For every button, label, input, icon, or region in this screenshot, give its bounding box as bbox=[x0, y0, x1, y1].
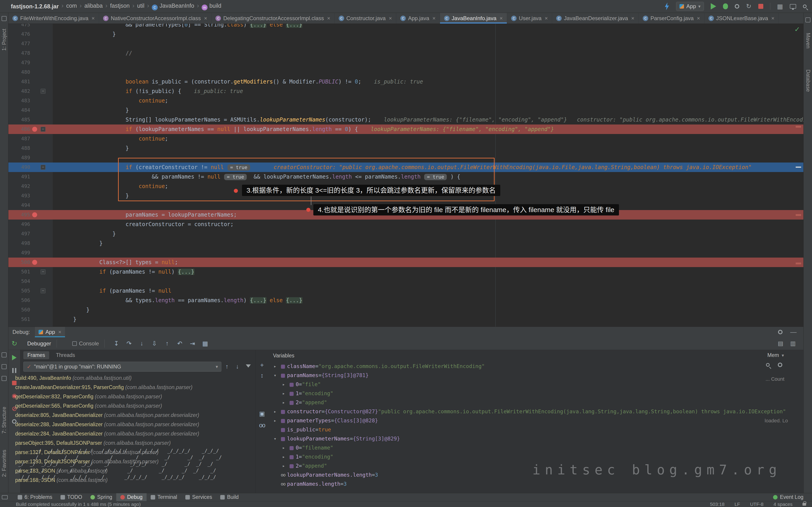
stripe-project[interactable]: 1: Project bbox=[1, 29, 7, 51]
variable-row[interactable]: ▸1 = "encoding" bbox=[268, 389, 790, 398]
variable-row[interactable]: ▾lookupParameterNames = {String[3]@829} bbox=[268, 434, 790, 443]
code-line[interactable]: 485 String[] lookupParameterNames = ASMU… bbox=[8, 115, 803, 124]
prev-frame-icon[interactable]: ↑ bbox=[225, 363, 229, 370]
tab-close-icon[interactable]: × bbox=[771, 15, 774, 21]
indent-setting[interactable]: 4 spaces bbox=[773, 502, 793, 507]
tab-frames[interactable]: Frames bbox=[23, 351, 49, 359]
editor-tab[interactable]: CNativeConstructorAccessorImpl.class× bbox=[99, 13, 211, 23]
chevron-right-icon[interactable]: ▸ bbox=[280, 389, 288, 398]
coverage-button[interactable] bbox=[735, 4, 739, 9]
toolwindow-button-services[interactable]: Services bbox=[181, 493, 216, 501]
show-execution-point-icon[interactable]: ↧ bbox=[110, 340, 123, 347]
code-line[interactable]: 506 && types.length == paramNames.length… bbox=[8, 296, 803, 305]
restore-layout-icon[interactable]: ▥ bbox=[790, 340, 796, 347]
resume-button[interactable] bbox=[12, 355, 16, 360]
stripe-structure[interactable]: 7: Structure bbox=[1, 407, 7, 434]
toolwindow-button-terminal[interactable]: Terminal bbox=[147, 493, 181, 501]
tab-close-icon[interactable]: × bbox=[433, 15, 436, 21]
breadcrumb-item[interactable]: fastjson bbox=[110, 2, 130, 9]
tab-close-icon[interactable]: × bbox=[327, 15, 330, 21]
toolwindow-button-build[interactable]: Build bbox=[216, 493, 243, 501]
fold-icon[interactable]: − bbox=[41, 165, 46, 170]
frame-row[interactable]: deserialze:805, JavaBeanDeserializer (co… bbox=[8, 410, 255, 420]
breadcrumb-item[interactable]: JavaBeanInfo bbox=[159, 2, 194, 9]
step-over-icon[interactable]: ↷ bbox=[123, 340, 136, 347]
scrollbar-mark[interactable] bbox=[796, 214, 801, 216]
readonly-lock-icon[interactable] bbox=[803, 503, 806, 506]
watches-icon[interactable]: oo bbox=[256, 422, 268, 429]
chevron-right-icon[interactable]: ▸ bbox=[280, 443, 288, 452]
reorder-icon[interactable]: ↕ bbox=[256, 372, 268, 379]
code-line[interactable]: 484 } bbox=[8, 106, 803, 115]
filter-icon[interactable] bbox=[246, 364, 251, 368]
close-icon[interactable]: × bbox=[58, 329, 61, 335]
debug-button[interactable] bbox=[723, 3, 728, 9]
chevron-down-icon[interactable]: ▾ bbox=[271, 371, 279, 380]
toolwindow-button-eventlog[interactable]: Event Log bbox=[769, 494, 807, 500]
monitor-icon[interactable] bbox=[790, 4, 796, 9]
variable-row[interactable]: ▾paramNames = {String[3]@781} bbox=[268, 371, 790, 380]
window-icon[interactable] bbox=[2, 364, 7, 369]
force-step-into-icon[interactable]: ⇩ bbox=[148, 340, 161, 347]
fold-icon[interactable]: − bbox=[41, 89, 46, 94]
pause-button[interactable] bbox=[12, 368, 16, 373]
stop-button[interactable] bbox=[758, 4, 763, 9]
variable-row[interactable]: ▸2 = "append" bbox=[268, 461, 790, 470]
tab-close-icon[interactable]: × bbox=[92, 15, 95, 21]
toolwindow-button-spring[interactable]: Spring bbox=[86, 493, 116, 501]
code-line[interactable]: 480 bbox=[8, 67, 803, 77]
code-line[interactable]: 498 } bbox=[8, 238, 803, 248]
toolwindow-button-problems[interactable]: 6: Problems bbox=[14, 493, 56, 501]
code-line[interactable]: 475 && parameterTypes[0] == String.class… bbox=[8, 24, 803, 30]
editor-tab[interactable]: CDelegatingConstructorAccessorImpl.class… bbox=[211, 13, 335, 23]
chevron-right-icon[interactable]: ▸ bbox=[280, 452, 288, 461]
editor-tab[interactable]: CFileWriterWithEncoding.java× bbox=[8, 13, 99, 23]
code-line[interactable]: 483 continue; bbox=[8, 96, 803, 106]
copy-stack-icon[interactable]: ▣ bbox=[256, 410, 268, 417]
code-line[interactable]: 504 bbox=[8, 277, 803, 286]
tab-close-icon[interactable]: × bbox=[631, 15, 635, 21]
tab-debugger[interactable]: Debugger bbox=[27, 340, 51, 347]
breadcrumb-item[interactable]: util bbox=[137, 2, 144, 9]
toolwindow-switcher-icon[interactable] bbox=[2, 495, 8, 499]
search-icon[interactable] bbox=[803, 5, 807, 8]
code-line[interactable]: 496 creatorConstructor = constructor; bbox=[8, 220, 803, 229]
frame-row[interactable]: parse:1293, DefaultJSONParser (com.aliba… bbox=[8, 457, 255, 466]
chevron-right-icon[interactable]: ▸ bbox=[280, 461, 288, 470]
editor-tab[interactable]: CApp.java× bbox=[396, 13, 440, 23]
settings-gear-icon[interactable] bbox=[778, 330, 782, 334]
code-line[interactable]: 488 } bbox=[8, 144, 803, 153]
run-config-selector[interactable]: App ▾ bbox=[676, 2, 704, 11]
evaluate-expression-icon[interactable]: ▦ bbox=[199, 340, 212, 347]
editor-tab[interactable]: CJSONLexerBase.java× bbox=[704, 13, 779, 23]
frame-row[interactable]: createJavaBeanDeserializer:915, ParserCo… bbox=[8, 383, 255, 392]
chevron-right-icon[interactable]: ▸ bbox=[271, 416, 279, 425]
build-lightning-icon[interactable] bbox=[664, 2, 669, 10]
caret-position[interactable]: 503:18 bbox=[710, 502, 724, 507]
editor-tab[interactable]: CJavaBeanInfo.java× bbox=[440, 13, 507, 23]
tab-threads[interactable]: Threads bbox=[52, 351, 79, 359]
editor-tab[interactable]: CParserConfig.java× bbox=[639, 13, 704, 23]
thread-selector[interactable]: ✓ "main"@1 in group "main": RUNNING ▾ bbox=[23, 362, 221, 372]
code-line[interactable]: 505− if (paramNames != null bbox=[8, 286, 803, 296]
frame-row[interactable]: deserialze:284, JavaBeanDeserializer (co… bbox=[8, 429, 255, 438]
stripe-maven[interactable]: Maven bbox=[805, 33, 811, 48]
tab-close-icon[interactable]: × bbox=[204, 15, 207, 21]
tab-close-icon[interactable]: × bbox=[545, 15, 548, 21]
tab-console[interactable]: Console bbox=[72, 340, 99, 347]
chevron-right-icon[interactable]: ▸ bbox=[280, 380, 288, 389]
scrollbar-exec-mark[interactable] bbox=[796, 167, 801, 168]
breakpoint-icon[interactable] bbox=[32, 212, 37, 217]
debug-session-tab[interactable]: App × bbox=[35, 327, 65, 337]
step-into-icon[interactable]: ↓ bbox=[136, 340, 148, 347]
editor-tab[interactable]: CUser.java× bbox=[507, 13, 552, 23]
frame-row[interactable]: deserialze:288, JavaBeanDeserializer (co… bbox=[8, 420, 255, 429]
rerun-icon[interactable]: ↻ bbox=[11, 340, 17, 347]
layout-grid-icon[interactable]: ▦ bbox=[777, 3, 783, 10]
code-line[interactable]: 561} bbox=[8, 315, 803, 324]
toolwindow-button-todo[interactable]: TODO bbox=[56, 493, 86, 501]
stripe-database[interactable]: Database bbox=[805, 69, 811, 92]
frame-row[interactable]: parse:183, JSON (com.alibaba.fastjson) bbox=[8, 466, 255, 475]
fold-icon[interactable]: − bbox=[41, 127, 46, 132]
new-watch-icon[interactable]: + bbox=[256, 362, 268, 369]
